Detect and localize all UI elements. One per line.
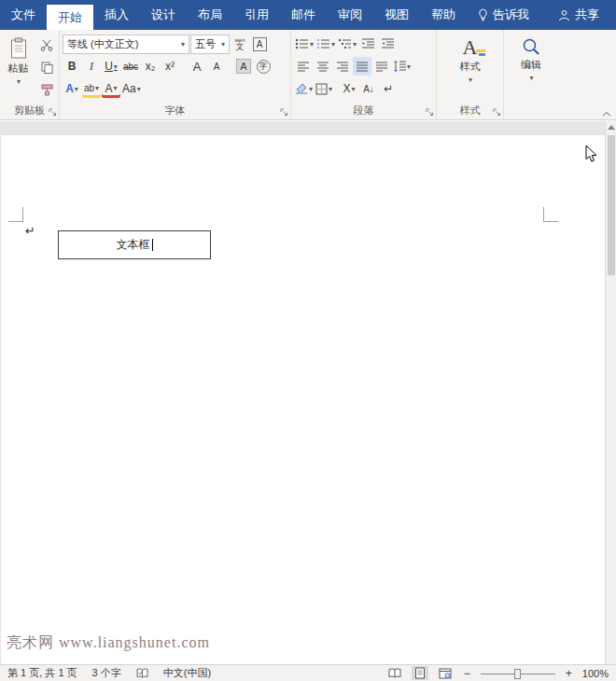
tab-references[interactable]: 引用 [233,0,280,30]
shading-icon [295,83,308,94]
zoom-in-button[interactable]: + [564,667,574,680]
font-name-select[interactable]: 等线 (中文正文) [63,35,189,54]
align-center-button[interactable] [314,57,332,76]
scroll-up-button[interactable] [606,121,616,133]
change-case-button[interactable]: Aa [121,79,142,98]
zoom-slider[interactable] [481,668,555,679]
text-box[interactable]: 文本框 [58,230,211,259]
superscript-button[interactable]: x² [161,57,179,76]
word-window: 文件 开始 插入 设计 布局 引用 邮件 审阅 视图 帮助 告诉我 共享 [0,0,616,681]
format-painter-button[interactable] [37,80,56,99]
zoom-out-button[interactable]: − [462,667,472,680]
character-border-icon: A [253,37,267,51]
language-indicator[interactable]: 中文(中国) [163,666,211,680]
scrollbar-thumb[interactable] [608,135,615,275]
numbering-icon [316,38,330,49]
shrink-font-button[interactable]: A [207,57,226,76]
styles-dialog-launcher[interactable] [493,108,501,117]
increase-indent-button[interactable] [378,35,397,53]
numbering-button[interactable] [315,35,336,53]
styles-button-label: 样式 [460,61,481,73]
mouse-cursor [585,145,597,163]
align-right-button[interactable] [333,57,352,76]
web-layout-button[interactable] [437,666,454,680]
phonetic-guide-button[interactable]: wén文 [231,35,249,53]
bold-button[interactable]: B [63,57,81,76]
character-shading-button[interactable]: A [234,57,253,76]
shading-button[interactable] [294,79,314,98]
distribute-icon [375,62,388,72]
word-count[interactable]: 3 个字 [92,666,121,680]
multilevel-list-button[interactable] [337,35,357,53]
justify-button[interactable] [353,57,371,76]
document-area: ↵ 文本框 亮术网 www.liangshunet.com [0,121,616,664]
underline-button[interactable]: U [102,57,120,76]
character-border-button[interactable]: A [250,35,269,53]
font-dialog-launcher[interactable] [280,108,288,117]
line-spacing-button[interactable] [392,57,412,76]
asian-layout-button[interactable]: X [340,79,358,98]
font-group-label: 字体 [60,104,290,118]
page[interactable]: ↵ 文本框 亮术网 www.liangshunet.com [1,135,605,664]
italic-button[interactable]: I [82,57,101,76]
text-cursor [152,239,153,251]
paste-label: 粘贴 [8,63,29,75]
grow-font-button[interactable]: A [188,57,206,76]
tab-review[interactable]: 审阅 [327,0,373,30]
magnifier-icon [522,37,540,56]
sort-button[interactable]: A↓ [359,79,378,98]
line-spacing-icon [393,61,406,72]
align-right-icon [336,62,349,72]
proofing-icon[interactable] [136,668,148,678]
editing-button[interactable]: 编辑 [507,33,555,100]
share-button[interactable]: 共享 [547,0,610,30]
tab-home[interactable]: 开始 [47,5,93,30]
paste-button[interactable]: 粘贴 [3,33,34,100]
editing-group: 编辑 [504,30,558,119]
read-mode-button[interactable] [386,666,403,680]
ribbon: 粘贴 剪贴板 等线 (中文正文) [0,30,616,120]
bullets-icon [295,38,309,49]
text-effects-button[interactable]: A [63,79,81,98]
cut-button[interactable] [37,35,56,54]
font-color-button[interactable]: A [102,79,120,98]
font-size-value: 五号 [195,37,220,51]
ribbon-tab-bar: 文件 开始 插入 设计 布局 引用 邮件 审阅 视图 帮助 告诉我 共享 [0,0,616,30]
clipboard-dialog-launcher[interactable] [49,108,57,117]
show-hide-marks-button[interactable]: ↵ [379,79,398,98]
copy-icon [41,62,53,74]
enclose-characters-button[interactable]: 字 [254,57,273,76]
tab-design[interactable]: 设计 [140,0,187,30]
collapse-ribbon-button[interactable] [602,111,611,117]
font-size-select[interactable]: 五号 [190,35,230,54]
page-indicator[interactable]: 第 1 页, 共 1 页 [7,666,77,680]
zoom-slider-thumb[interactable] [514,669,521,679]
subscript-button[interactable]: x₂ [141,57,160,76]
tab-insert[interactable]: 插入 [93,0,140,30]
tab-mailings[interactable]: 邮件 [280,0,327,30]
strikethrough-button[interactable]: abc [121,57,140,76]
bullets-button[interactable] [294,35,315,53]
font-name-value: 等线 (中文正文) [67,37,180,51]
decrease-indent-button[interactable] [358,35,377,53]
styles-group: A 样式 样式 [437,30,504,119]
tab-layout[interactable]: 布局 [187,0,233,30]
copy-button[interactable] [37,58,56,76]
styles-button[interactable]: A 样式 [440,33,500,100]
styles-icon: A [463,37,478,58]
print-layout-button[interactable] [412,666,428,680]
align-left-button[interactable] [294,57,313,76]
vertical-scrollbar[interactable] [605,121,616,664]
zoom-level[interactable]: 100% [582,668,609,679]
paragraph-dialog-launcher[interactable] [426,108,434,117]
tab-help[interactable]: 帮助 [420,0,467,30]
highlight-color-button[interactable]: ab [82,79,101,98]
tell-me-box[interactable]: 告诉我 [467,0,540,30]
clipboard-icon [10,37,27,60]
borders-button[interactable] [315,79,333,98]
margin-crop-mark-left [8,207,23,222]
character-shading-icon: A [236,59,251,74]
distribute-button[interactable] [372,57,391,76]
tab-file[interactable]: 文件 [0,0,47,30]
tab-view[interactable]: 视图 [373,0,420,30]
